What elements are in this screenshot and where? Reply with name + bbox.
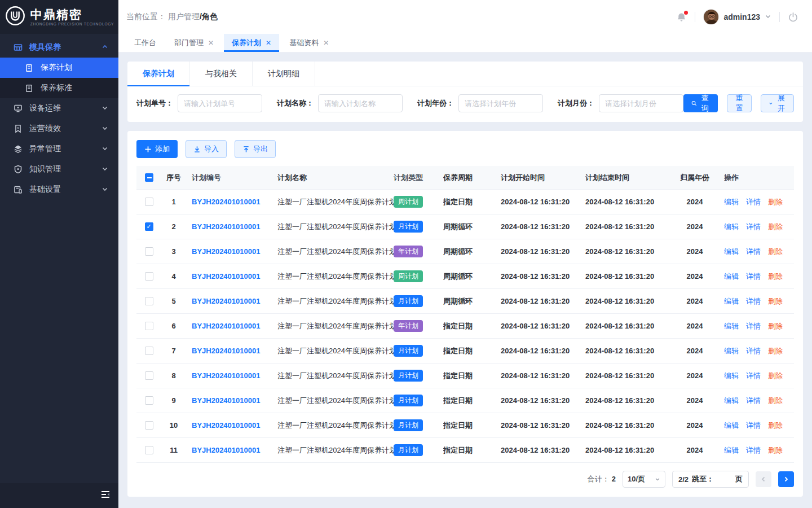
table-row: 3 BYJH202401010001 注塑一厂注塑机2024年度周保养计划 年计… (136, 239, 794, 264)
detail-link[interactable]: 详情 (746, 321, 761, 331)
sidebar-group-knowledge-management[interactable]: 知识管理 (0, 159, 118, 179)
row-checkbox[interactable] (145, 371, 153, 380)
plan-no-link[interactable]: BYJH202401010001 (192, 247, 260, 256)
row-checkbox[interactable] (145, 421, 153, 430)
reset-button[interactable]: 重置 (727, 94, 752, 112)
select-all-checkbox[interactable] (145, 173, 153, 182)
plan-no-link[interactable]: BYJH202401010001 (192, 446, 260, 454)
subtab-related-to-me[interactable]: 与我相关 (190, 62, 253, 86)
subtab-plan-detail[interactable]: 计划明细 (253, 62, 315, 86)
detail-link[interactable]: 详情 (746, 346, 761, 356)
detail-link[interactable]: 详情 (746, 271, 761, 282)
tab-maintenance-plan[interactable]: 保养计划 ✕ (224, 34, 279, 52)
row-checkbox[interactable] (145, 347, 153, 355)
expand-button[interactable]: 展开 (761, 94, 794, 112)
sidebar-group-equipment-ops[interactable]: 设备运维 (0, 98, 118, 119)
tab-department-management[interactable]: 部门管理 ✕ (166, 34, 222, 52)
plan-no-link[interactable]: BYJH202401010001 (192, 222, 260, 231)
export-button[interactable]: 导出 (235, 140, 276, 158)
delete-link[interactable]: 删除 (768, 346, 783, 356)
edit-link[interactable]: 编辑 (724, 445, 739, 456)
delete-link[interactable]: 删除 (768, 222, 783, 232)
row-checkbox[interactable] (145, 222, 153, 231)
plan-year-select[interactable] (458, 94, 543, 112)
sidebar-item-maintenance-standard[interactable]: 保养标准 (0, 78, 118, 98)
delete-link[interactable]: 删除 (768, 371, 783, 381)
edit-link[interactable]: 编辑 (724, 321, 739, 331)
detail-link[interactable]: 详情 (746, 445, 761, 456)
row-checkbox[interactable] (145, 322, 153, 330)
edit-link[interactable]: 编辑 (724, 271, 739, 282)
plan-no-link[interactable]: BYJH202401010001 (192, 297, 260, 305)
detail-link[interactable]: 详情 (746, 222, 761, 232)
plan-no-link[interactable]: BYJH202401010001 (192, 421, 260, 430)
tab-workbench[interactable]: 工作台 (126, 34, 164, 52)
plan-end-time: 2024-08-12 16:31:20 (585, 396, 671, 405)
delete-link[interactable]: 删除 (768, 445, 783, 456)
chevron-down-icon (102, 185, 108, 194)
row-checkbox[interactable] (145, 247, 153, 256)
sidebar-group-mold-maintenance[interactable]: 模具保养 (0, 37, 118, 58)
plan-name-input[interactable] (318, 94, 403, 112)
delete-link[interactable]: 删除 (768, 271, 783, 282)
detail-link[interactable]: 详情 (746, 197, 761, 207)
sidebar-group-operation-performance[interactable]: 运营绩效 (0, 119, 118, 139)
detail-link[interactable]: 详情 (746, 396, 761, 406)
edit-link[interactable]: 编辑 (724, 247, 739, 257)
delete-link[interactable]: 删除 (768, 321, 783, 331)
next-page-button[interactable] (778, 471, 794, 487)
edit-link[interactable]: 编辑 (724, 371, 739, 381)
edit-link[interactable]: 编辑 (724, 222, 739, 232)
subtab-maintenance-plan[interactable]: 保养计划 (127, 62, 190, 86)
detail-link[interactable]: 详情 (746, 247, 761, 257)
row-checkbox[interactable] (145, 446, 153, 454)
plan-month-select[interactable] (599, 94, 683, 112)
plan-name: 注塑一厂注塑机2024年度周保养计划 (277, 321, 394, 331)
close-icon[interactable]: ✕ (266, 39, 271, 47)
tab-bar: 工作台 部门管理 ✕ 保养计划 ✕ 基础资料 ✕ (118, 34, 812, 52)
sidebar-group-basic-settings[interactable]: 基础设置 (0, 179, 118, 200)
plan-no-link[interactable]: BYJH202401010001 (192, 322, 260, 330)
jump-page-input[interactable] (717, 474, 732, 485)
edit-link[interactable]: 编辑 (724, 296, 739, 306)
sidebar-group-exception-management[interactable]: 异常管理 (0, 139, 118, 159)
detail-link[interactable]: 详情 (746, 296, 761, 306)
collapse-sidebar-icon[interactable] (100, 490, 111, 501)
close-icon[interactable]: ✕ (208, 39, 214, 47)
row-checkbox[interactable] (145, 297, 153, 305)
detail-link[interactable]: 详情 (746, 371, 761, 381)
plan-no-link[interactable]: BYJH202401010001 (192, 396, 260, 405)
add-button[interactable]: 添加 (136, 140, 178, 158)
detail-link[interactable]: 详情 (746, 421, 761, 431)
close-icon[interactable]: ✕ (323, 39, 329, 47)
delete-link[interactable]: 删除 (768, 421, 783, 431)
plan-no-link[interactable]: BYJH202401010001 (192, 347, 260, 355)
edit-link[interactable]: 编辑 (724, 346, 739, 356)
row-checkbox[interactable] (145, 272, 153, 281)
plan-no-link[interactable]: BYJH202401010001 (192, 272, 260, 281)
sidebar-item-maintenance-plan[interactable]: 保养计划 (0, 58, 118, 78)
delete-link[interactable]: 删除 (768, 247, 783, 257)
user-menu[interactable]: admin123 (703, 9, 771, 25)
search-form: 计划单号： 计划名称： 计划年份： 计划月份： (127, 86, 803, 122)
plan-no-input[interactable] (178, 94, 262, 112)
download-icon (193, 146, 201, 153)
import-button[interactable]: 导入 (186, 140, 227, 158)
query-button[interactable]: 查询 (683, 94, 718, 112)
page-size-select[interactable]: 10/页 (623, 471, 665, 488)
row-checkbox[interactable] (145, 198, 153, 206)
delete-link[interactable]: 删除 (768, 396, 783, 406)
row-checkbox[interactable] (145, 396, 153, 405)
edit-link[interactable]: 编辑 (724, 396, 739, 406)
export-button-label: 导出 (253, 144, 268, 154)
notification-bell-icon[interactable] (676, 12, 687, 23)
tab-basic-data[interactable]: 基础资料 ✕ (281, 34, 337, 52)
edit-link[interactable]: 编辑 (724, 197, 739, 207)
plan-no-link[interactable]: BYJH202401010001 (192, 198, 260, 206)
prev-page-button[interactable] (756, 471, 771, 487)
delete-link[interactable]: 删除 (768, 296, 783, 306)
delete-link[interactable]: 删除 (768, 197, 783, 207)
plan-no-link[interactable]: BYJH202401010001 (192, 371, 260, 380)
logout-power-icon[interactable] (788, 12, 798, 23)
edit-link[interactable]: 编辑 (724, 421, 739, 431)
